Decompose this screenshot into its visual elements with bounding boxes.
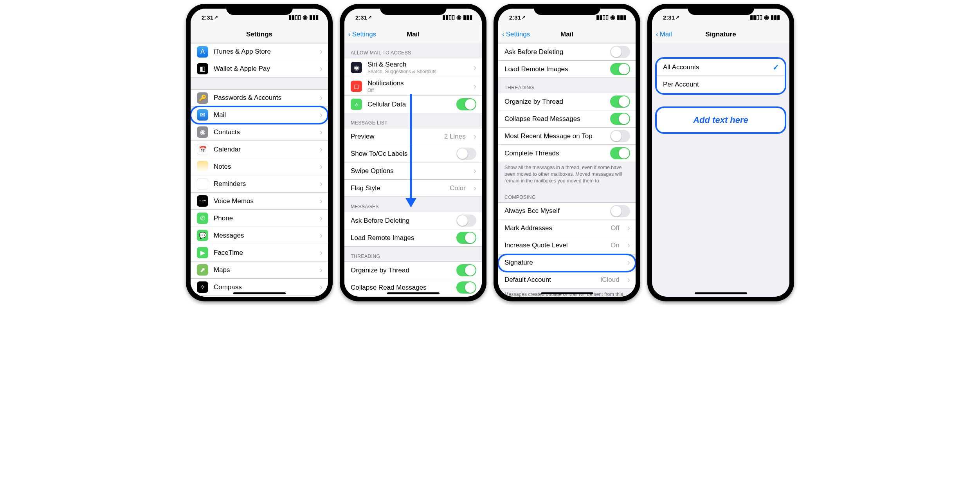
chevron-icon: › xyxy=(320,65,322,73)
row-ask-before-deleting[interactable]: Ask Before Deleting xyxy=(344,212,482,229)
row-notifications[interactable]: ◻NotificationsOff› xyxy=(344,77,482,96)
row-most-recent-top[interactable]: Most Recent Message on Top xyxy=(498,128,636,145)
row-voice-memos[interactable]: 〰Voice Memos› xyxy=(191,193,328,210)
row-calendar[interactable]: 📅Calendar› xyxy=(191,141,328,158)
home-indicator[interactable] xyxy=(541,292,593,294)
chevron-icon: › xyxy=(627,258,630,267)
row-facetime[interactable]: ▶FaceTime› xyxy=(191,244,328,261)
toggle-remote-images[interactable] xyxy=(456,232,476,244)
back-button[interactable]: ‹Mail xyxy=(652,31,672,38)
status-bar: 2:31↗ ▮▮▯▯◉▮▮▮ xyxy=(498,9,636,26)
signal-icon: ▮▮▯▯ xyxy=(288,14,301,21)
row-organize-by-thread[interactable]: Organize by Thread xyxy=(344,261,482,279)
row-itunes-app-store[interactable]: AiTunes & App Store› xyxy=(191,43,328,60)
toggle-remote-images[interactable] xyxy=(610,63,630,75)
chevron-icon: › xyxy=(320,47,322,56)
nav-bar: Settings xyxy=(191,26,328,43)
row-organize-by-thread[interactable]: Organize by Thread xyxy=(498,93,636,110)
chevron-icon: › xyxy=(474,82,476,91)
chevron-icon: › xyxy=(320,180,322,188)
section-header-threading: THREADING xyxy=(344,247,482,261)
row-load-remote-images[interactable]: Load Remote Images xyxy=(344,229,482,247)
chevron-icon: › xyxy=(320,145,322,154)
signature-scope-group: All Accounts✓ Per Account xyxy=(655,57,786,95)
toggle-complete-threads[interactable] xyxy=(610,147,630,159)
notifications-icon: ◻ xyxy=(351,81,362,92)
row-default-account[interactable]: Default AccountiCloud› xyxy=(498,272,636,289)
chevron-left-icon: ‹ xyxy=(502,31,504,38)
row-load-remote-images[interactable]: Load Remote Images xyxy=(498,61,636,78)
section-header-messages: MESSAGES xyxy=(344,197,482,212)
row-mark-addresses[interactable]: Mark AddressesOff› xyxy=(498,220,636,237)
row-cellular-data[interactable]: ⟐Cellular Data xyxy=(344,96,482,113)
row-preview[interactable]: Preview2 Lines› xyxy=(344,128,482,145)
chevron-icon: › xyxy=(320,266,322,274)
chevron-icon: › xyxy=(474,184,476,193)
row-flag-style[interactable]: Flag StyleColor› xyxy=(344,180,482,197)
checkmark-icon: ✓ xyxy=(773,63,779,72)
compass-icon: ✧ xyxy=(197,281,208,293)
row-signature[interactable]: Signature› xyxy=(498,254,636,272)
row-reminders[interactable]: ⦿Reminders› xyxy=(191,175,328,193)
row-show-to-cc[interactable]: Show To/Cc Labels xyxy=(344,145,482,162)
mail-settings-list-scrolled[interactable]: Ask Before Deleting Load Remote Images T… xyxy=(498,43,636,297)
facetime-icon: ▶ xyxy=(197,247,208,258)
row-always-bcc[interactable]: Always Bcc Myself xyxy=(498,202,636,220)
row-phone[interactable]: ✆Phone› xyxy=(191,210,328,227)
toggle-ask-delete[interactable] xyxy=(610,46,630,58)
signature-settings[interactable]: All Accounts✓ Per Account Add text here xyxy=(652,43,789,297)
chevron-icon: › xyxy=(320,283,322,292)
chevron-icon: › xyxy=(320,94,322,102)
mail-settings-list[interactable]: ALLOW MAIL TO ACCESS ◉Siri & SearchSearc… xyxy=(344,43,482,297)
contacts-icon: ◉ xyxy=(197,126,208,138)
row-increase-quote[interactable]: Increase Quote LevelOn› xyxy=(498,237,636,254)
messages-icon: 💬 xyxy=(197,230,208,241)
home-indicator[interactable] xyxy=(233,292,286,294)
maps-icon: ⬈ xyxy=(197,264,208,276)
chevron-icon: › xyxy=(627,224,630,232)
toggle-organize-thread[interactable] xyxy=(610,96,630,108)
home-indicator[interactable] xyxy=(387,292,440,294)
back-button[interactable]: ‹Settings xyxy=(344,31,376,38)
row-measure[interactable]: ▭Measure› xyxy=(191,296,328,297)
settings-list[interactable]: AiTunes & App Store› ◧Wallet & Apple Pay… xyxy=(191,43,328,297)
phone-2: 2:31↗ ▮▮▯▯◉▮▮▮ ‹Settings Mail ALLOW MAIL… xyxy=(340,4,486,301)
status-bar: 2:31↗ ▮▮▯▯◉▮▮▮ xyxy=(652,9,789,26)
signature-text-field[interactable]: Add text here xyxy=(655,106,786,134)
itunes-icon: A xyxy=(197,46,208,58)
row-mail[interactable]: ✉Mail› xyxy=(191,106,328,124)
row-contacts[interactable]: ◉Contacts› xyxy=(191,124,328,141)
status-icons: ▮▮▯▯ ◉ ▮▮▮ xyxy=(288,14,319,21)
siri-icon: ◉ xyxy=(351,62,362,73)
toggle-collapse-read[interactable] xyxy=(610,113,630,125)
row-passwords-accounts[interactable]: 🔑Passwords & Accounts› xyxy=(191,89,328,106)
row-per-account[interactable]: Per Account xyxy=(657,76,785,93)
toggle-bcc[interactable] xyxy=(610,205,630,217)
row-maps[interactable]: ⬈Maps› xyxy=(191,261,328,279)
home-indicator[interactable] xyxy=(695,292,747,294)
chevron-left-icon: ‹ xyxy=(656,31,658,38)
row-all-accounts[interactable]: All Accounts✓ xyxy=(657,59,785,76)
toggle-recent-top[interactable] xyxy=(610,130,630,142)
battery-icon: ▮▮▮ xyxy=(309,14,319,21)
wifi-icon: ◉ xyxy=(303,14,308,21)
status-bar: 2:31↗ ▮▮▯▯◉▮▮▮ xyxy=(344,9,482,26)
toggle-ask-delete[interactable] xyxy=(456,214,476,227)
toggle-organize-thread[interactable] xyxy=(456,264,476,276)
row-siri-search[interactable]: ◉Siri & SearchSearch, Suggestions & Shor… xyxy=(344,58,482,77)
nav-bar: ‹Settings Mail xyxy=(344,26,482,43)
row-messages[interactable]: 💬Messages› xyxy=(191,227,328,244)
toggle-to-cc[interactable] xyxy=(456,148,476,160)
row-wallet-apple-pay[interactable]: ◧Wallet & Apple Pay› xyxy=(191,60,328,77)
toggle-cellular[interactable] xyxy=(456,98,476,110)
row-collapse-read[interactable]: Collapse Read Messages xyxy=(498,110,636,128)
chevron-icon: › xyxy=(627,241,630,250)
row-notes[interactable]: Notes› xyxy=(191,158,328,175)
chevron-icon: › xyxy=(474,167,476,175)
row-complete-threads[interactable]: Complete Threads xyxy=(498,145,636,162)
section-header-composing: COMPOSING xyxy=(498,187,636,202)
row-ask-before-deleting[interactable]: Ask Before Deleting xyxy=(498,43,636,61)
back-button[interactable]: ‹Settings xyxy=(498,31,530,38)
row-swipe-options[interactable]: Swipe Options› xyxy=(344,162,482,180)
toggle-collapse-read[interactable] xyxy=(456,281,476,294)
